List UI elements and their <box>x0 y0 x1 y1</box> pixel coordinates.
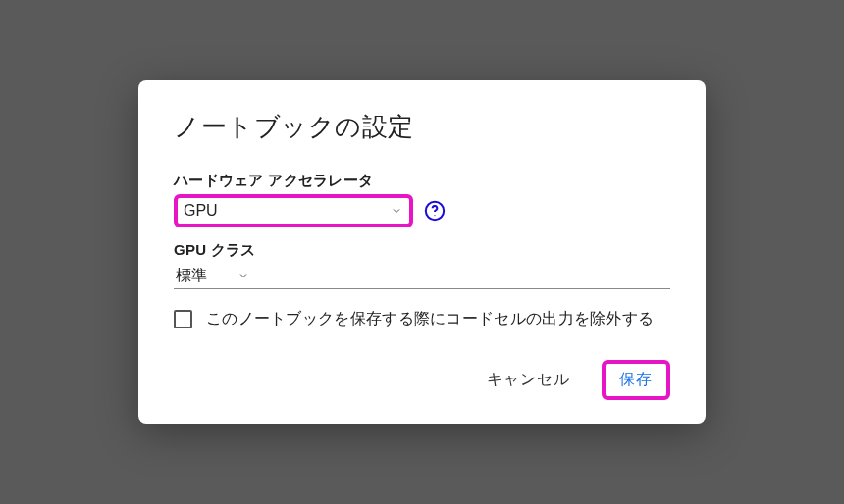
omit-output-label: このノートブックを保存する際にコードセルの出力を除外する <box>206 307 654 331</box>
dialog-title: ノートブックの設定 <box>174 110 670 144</box>
accelerator-field: ハードウェア アクセラレータ GPU <box>174 172 670 227</box>
gpu-class-value: 標準 <box>176 266 237 286</box>
svg-point-1 <box>434 215 435 216</box>
accelerator-label: ハードウェア アクセラレータ <box>174 172 670 190</box>
omit-output-row: このノートブックを保存する際にコードセルの出力を除外する <box>174 307 670 331</box>
dialog-button-row: キャンセル 保存 <box>174 360 670 400</box>
accelerator-value: GPU <box>184 202 390 220</box>
gpu-class-select[interactable]: 標準 <box>174 264 670 289</box>
chevron-down-icon <box>390 204 403 218</box>
cancel-button[interactable]: キャンセル <box>473 362 584 398</box>
help-icon[interactable] <box>423 199 447 223</box>
chevron-down-icon <box>237 269 250 282</box>
save-button[interactable]: 保存 <box>602 360 670 400</box>
omit-output-checkbox[interactable] <box>174 310 192 328</box>
gpu-class-label: GPU クラス <box>174 241 670 260</box>
gpu-class-field: GPU クラス 標準 <box>174 241 670 289</box>
accelerator-row: GPU <box>174 194 670 227</box>
notebook-settings-dialog: ノートブックの設定 ハードウェア アクセラレータ GPU GPU クラス 標準 <box>138 80 706 425</box>
accelerator-select[interactable]: GPU <box>174 194 413 227</box>
